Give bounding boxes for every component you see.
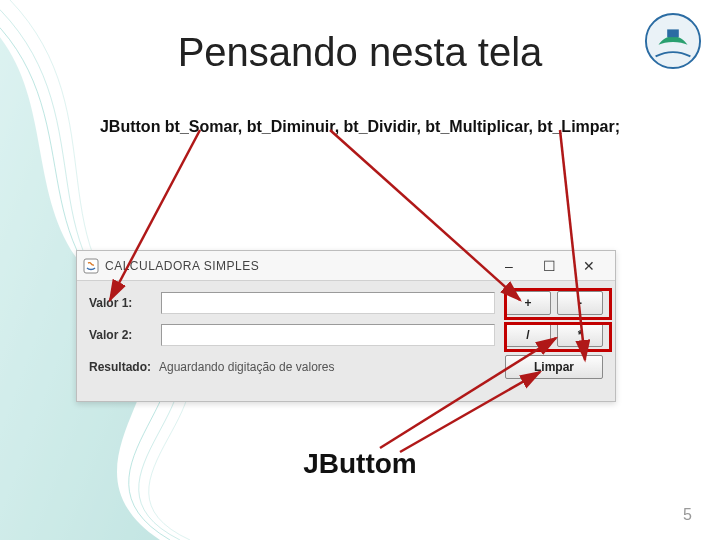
clear-button[interactable]: Limpar: [505, 355, 603, 379]
code-declaration: JButton bt_Somar, bt_Diminuir, bt_Dividi…: [0, 118, 720, 136]
titlebar: CALCULADORA SIMPLES – ☐ ✕: [77, 251, 615, 281]
label-valor1: Valor 1:: [89, 296, 161, 310]
component-label: JButtom: [0, 448, 720, 480]
minus-button[interactable]: -: [557, 291, 603, 315]
plus-button[interactable]: +: [505, 291, 551, 315]
input-valor1[interactable]: [161, 292, 495, 314]
label-valor2: Valor 2:: [89, 328, 161, 342]
maximize-button[interactable]: ☐: [529, 251, 569, 281]
window-title: CALCULADORA SIMPLES: [105, 259, 489, 273]
calculator-window: CALCULADORA SIMPLES – ☐ ✕ Valor 1: + - V…: [76, 250, 616, 402]
svg-rect-2: [84, 259, 98, 273]
result-text: Aguardando digitação de valores: [159, 360, 505, 374]
multiply-button[interactable]: *: [557, 323, 603, 347]
label-resultado: Resultado:: [89, 360, 151, 374]
minimize-button[interactable]: –: [489, 251, 529, 281]
divide-button[interactable]: /: [505, 323, 551, 347]
close-button[interactable]: ✕: [569, 251, 609, 281]
input-valor2[interactable]: [161, 324, 495, 346]
page-number: 5: [683, 506, 692, 524]
slide-title: Pensando nesta tela: [0, 30, 720, 75]
java-icon: [83, 258, 99, 274]
